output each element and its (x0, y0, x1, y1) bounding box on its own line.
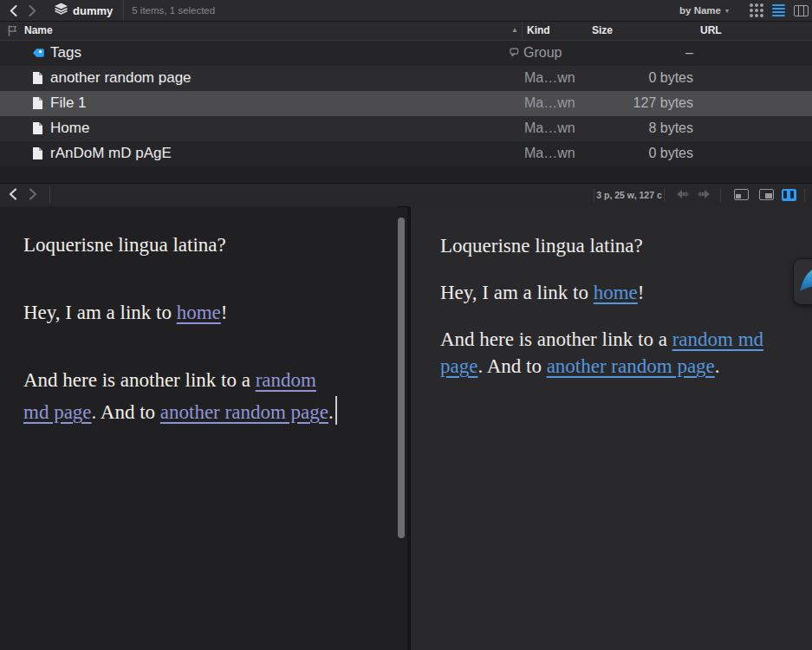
wiki-link[interactable]: page (440, 355, 477, 377)
grid-view-button[interactable] (750, 3, 763, 17)
nav-page-back-icon (675, 187, 691, 203)
wiki-link[interactable]: md page (23, 401, 92, 423)
collection-title[interactable]: dummy (54, 3, 113, 18)
content-area: Loquerisne lingua latina?Hey, I am a lin… (0, 206, 812, 650)
file-size: 8 bytes (555, 120, 693, 136)
chevron-down-icon: ▾ (725, 7, 729, 15)
text-run: Loquerisne lingua latina? (23, 234, 226, 256)
editor-only-view-button[interactable] (733, 188, 749, 201)
text-run: And here is another link to a (23, 369, 256, 391)
stack-icon (54, 3, 68, 18)
text-run: ! (221, 302, 228, 323)
column-header-kind[interactable]: Kind (527, 24, 550, 36)
nav-page-forward-icon (696, 187, 711, 203)
markdown-preview: Loquerisne lingua latina?Hey, I am a lin… (411, 206, 812, 650)
toolbar-separator (594, 188, 594, 202)
paragraph: Hey, I am a link to home! (23, 296, 388, 328)
table-row[interactable]: TagsGroup– (0, 41, 812, 66)
text-run: . And to (92, 401, 160, 423)
list-view-icon (772, 4, 785, 6)
text-run: And here is another link to a (440, 328, 672, 350)
toolbar-separator (49, 186, 50, 204)
wiki-link[interactable]: random md (672, 328, 763, 350)
items-status-text: 5 items, 1 selected (132, 5, 215, 16)
text-run: Hey, I am a link to (440, 282, 594, 303)
table-row[interactable]: another random pageMa…wn0 bytes (0, 66, 812, 91)
file-name[interactable]: Home (50, 120, 89, 137)
file-name[interactable]: rAnDoM mD pAgE (50, 145, 172, 162)
doc-icon (32, 71, 43, 88)
column-divider[interactable] (522, 22, 523, 40)
column-header-url[interactable]: URL (700, 24, 722, 36)
group-bubble-icon (510, 45, 519, 61)
collection-title-label: dummy (73, 4, 113, 17)
text-caret (335, 396, 338, 425)
paragraph: Loquerisne lingua latina? (23, 229, 388, 261)
editor-forward-button[interactable] (29, 188, 37, 204)
text-run: Loquerisne lingua latina? (440, 235, 643, 257)
column-header-name[interactable]: Name (24, 24, 53, 36)
file-size: – (555, 45, 693, 61)
wiki-link[interactable]: home (594, 282, 638, 303)
paragraph: And here is another link to a random mdp… (440, 326, 805, 380)
toolbar-separator (804, 188, 805, 202)
toolbar-separator (664, 188, 665, 202)
text-run: ! (638, 282, 645, 303)
file-list-empty-area[interactable] (0, 166, 812, 183)
markdown-editor[interactable]: Loquerisne lingua latina?Hey, I am a lin… (0, 206, 397, 650)
nav-page-forward-button[interactable] (695, 189, 712, 201)
paragraph: Hey, I am a link to home! (440, 279, 805, 306)
sort-asc-icon: ▲ (511, 26, 518, 34)
wiki-link[interactable]: random (256, 369, 316, 391)
toolbar-separator (123, 0, 124, 21)
forward-button[interactable] (23, 1, 42, 20)
doc-icon (32, 146, 43, 164)
app-window: dummy 5 items, 1 selected by Name ▾ (0, 0, 812, 650)
back-chevron-icon (9, 188, 17, 203)
wiki-link[interactable]: another random page (160, 401, 328, 423)
text-run: . (328, 401, 334, 423)
column-header-size[interactable]: Size (592, 24, 613, 36)
table-row[interactable]: File 1Ma…wn127 bytes (0, 91, 812, 116)
back-chevron-icon (10, 5, 17, 16)
file-size: 0 bytes (555, 70, 693, 86)
paragraph: And here is another link to a randommd p… (23, 364, 388, 428)
back-button[interactable] (3, 1, 23, 20)
doc-icon (32, 96, 43, 114)
preview-only-view-button[interactable] (758, 188, 774, 201)
editor-back-button[interactable] (9, 188, 17, 204)
list-column-header: Name ▲ Kind Size URL (0, 22, 812, 41)
split-view-icon (782, 189, 796, 201)
text-run: Hey, I am a link to (23, 302, 177, 323)
browser-toolbar: dummy 5 items, 1 selected by Name ▾ (0, 0, 812, 22)
preview-only-icon (759, 189, 774, 200)
file-size: 127 bytes (555, 95, 693, 111)
sort-dropdown[interactable]: by Name ▾ (679, 5, 729, 16)
split-view-button[interactable] (781, 188, 796, 201)
wiki-link[interactable]: home (177, 302, 221, 323)
flag-icon[interactable] (7, 25, 18, 39)
wiki-link[interactable]: another random page (547, 355, 715, 377)
file-list: TagsGroup–another random pageMa…wn0 byte… (0, 41, 812, 166)
file-name[interactable]: File 1 (50, 94, 87, 112)
editor-scrollbar[interactable] (398, 218, 405, 538)
toolbar-separator (720, 188, 721, 202)
editor-only-icon (734, 189, 749, 200)
editor-toolbar: 3 p, 25 w, 127 c (0, 183, 812, 207)
paragraph: Loquerisne lingua latina? (440, 232, 805, 259)
nav-page-back-button[interactable] (674, 189, 692, 201)
file-name[interactable]: Tags (50, 44, 81, 62)
columns-view-button[interactable] (794, 5, 809, 16)
forward-chevron-icon (29, 5, 36, 16)
table-row[interactable]: HomeMa…wn8 bytes (0, 116, 812, 141)
forward-chevron-icon (29, 188, 37, 203)
table-row[interactable]: rAnDoM mD pAgEMa…wn0 bytes (0, 141, 812, 166)
word-count-stats: 3 p, 25 w, 127 c (596, 190, 662, 200)
file-size: 0 bytes (555, 146, 693, 161)
app-badge-swoosh-icon (796, 263, 812, 300)
list-view-button[interactable] (772, 4, 785, 17)
grid-view-icon (750, 3, 753, 7)
file-name[interactable]: another random page (50, 69, 192, 87)
text-run: . And to (477, 355, 546, 377)
app-badge[interactable] (793, 258, 812, 305)
